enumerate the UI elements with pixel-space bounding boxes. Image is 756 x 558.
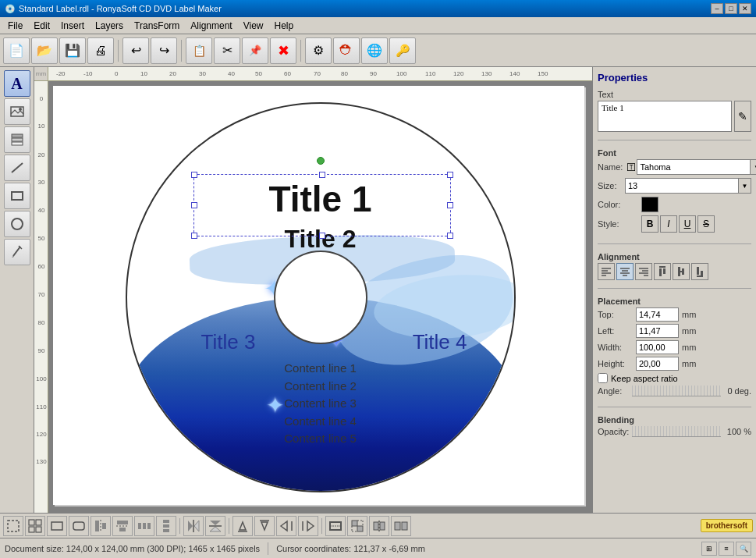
bt-flip-h[interactable]	[183, 516, 204, 536]
sel-handle-tl[interactable]	[191, 172, 197, 178]
help-button[interactable]: ⛑	[333, 37, 360, 64]
sel-handle-tm[interactable]	[319, 172, 325, 178]
redo-button[interactable]: ↪	[151, 37, 177, 64]
sel-handle-bm[interactable]	[319, 233, 325, 239]
font-size-dropdown-btn[interactable]: ▼	[739, 178, 751, 194]
properties-panel: Properties Text Title 1 ✎ Font Name: 🅃 ▼	[592, 67, 756, 513]
sel-handle-tr[interactable]	[447, 172, 453, 178]
bt-align-h[interactable]	[91, 516, 111, 536]
canvas-area[interactable]: ✦ ✦ ✦ Title 1 Title 2 Title 3 Title 4 Co…	[48, 81, 592, 513]
disc-outer: ✦ ✦ ✦ Title 1 Title 2 Title 3 Title 4 Co…	[126, 102, 516, 492]
bt-rect-select[interactable]	[47, 516, 67, 536]
rotation-handle[interactable]	[317, 157, 325, 165]
bt-free-select[interactable]	[69, 516, 89, 536]
bt-border[interactable]	[325, 516, 346, 536]
font-name-dropdown-btn[interactable]: ▼	[751, 159, 756, 175]
maximize-button[interactable]: □	[725, 3, 737, 14]
placement-top-input[interactable]	[636, 307, 679, 322]
menu-help[interactable]: Help	[269, 19, 298, 33]
image-tool[interactable]	[4, 98, 30, 125]
content-line-2[interactable]: Content line 2	[284, 378, 357, 396]
strikethrough-button[interactable]: S	[697, 215, 715, 233]
disc-title4[interactable]: Title 4	[413, 330, 467, 354]
menu-view[interactable]: View	[239, 19, 268, 33]
bt-align-v[interactable]	[112, 516, 133, 536]
bt-resize[interactable]	[347, 516, 367, 536]
sel-handle-mr[interactable]	[447, 202, 453, 208]
bt-distr[interactable]	[134, 516, 154, 536]
print-button[interactable]: 🖨	[87, 37, 114, 64]
bt-arrange4[interactable]	[298, 516, 318, 536]
font-name-input[interactable]	[637, 159, 751, 175]
delete-button[interactable]: ✖	[270, 37, 296, 64]
content-line-1[interactable]: Content line 1	[284, 360, 357, 378]
menu-layers[interactable]: Layers	[91, 19, 128, 33]
bt-arrange1[interactable]	[232, 516, 253, 536]
align-vcenter-button[interactable]	[673, 263, 690, 280]
disc-title3[interactable]: Title 3	[201, 330, 256, 354]
angle-slider[interactable]	[632, 386, 721, 396]
keep-aspect-checkbox[interactable]	[598, 373, 608, 383]
settings-button[interactable]: ⚙	[305, 37, 332, 64]
bt-arrange3[interactable]	[276, 516, 296, 536]
italic-button[interactable]: I	[660, 215, 677, 233]
svg-text:100: 100	[396, 70, 407, 77]
sel-handle-br[interactable]	[447, 233, 453, 239]
open-button[interactable]: 📂	[31, 37, 58, 64]
font-size-input[interactable]	[625, 178, 739, 194]
menu-file[interactable]: File	[3, 19, 27, 33]
key-button[interactable]: 🔑	[389, 37, 416, 64]
cut-button[interactable]: ✂	[214, 37, 240, 64]
content-line-4[interactable]: Content line 4	[284, 413, 357, 431]
align-center-button[interactable]	[616, 263, 634, 280]
placement-left-input[interactable]	[636, 324, 679, 338]
grid-view-button[interactable]: ⊞	[701, 542, 717, 556]
menu-alignment[interactable]: Alignment	[186, 19, 236, 33]
bt-distr2[interactable]	[156, 516, 176, 536]
text-edit-button[interactable]: ✎	[734, 101, 751, 132]
align-left-button[interactable]	[598, 263, 615, 280]
sel-handle-ml[interactable]	[191, 202, 197, 208]
placement-width-input[interactable]	[636, 340, 679, 354]
opacity-slider[interactable]	[632, 426, 721, 437]
bt-group[interactable]	[25, 516, 45, 536]
menu-transform[interactable]: TransForm	[130, 19, 184, 33]
underline-button[interactable]: U	[679, 215, 696, 233]
text-input[interactable]: Title 1	[598, 101, 732, 132]
menu-insert[interactable]: Insert	[56, 19, 89, 33]
sel-handle-bl[interactable]	[191, 233, 197, 239]
rectangle-tool[interactable]	[4, 183, 30, 209]
pencil-tool[interactable]	[4, 239, 30, 265]
svg-rect-59	[663, 268, 665, 274]
bt-arrange2[interactable]	[254, 516, 275, 536]
zoom-button[interactable]: 🔍	[736, 542, 751, 556]
content-line-5[interactable]: Content line 5	[284, 430, 357, 448]
placement-height-input[interactable]	[636, 357, 679, 371]
save-button[interactable]: 💾	[59, 37, 86, 64]
list-view-button[interactable]: ≡	[719, 542, 734, 556]
paste-button[interactable]: 📌	[242, 37, 268, 64]
menu-edit[interactable]: Edit	[29, 19, 55, 33]
bt-spacing[interactable]	[369, 516, 389, 536]
layers-tool[interactable]	[4, 126, 30, 153]
content-line-3[interactable]: Content line 3	[284, 395, 357, 413]
align-bottom-button[interactable]	[691, 263, 708, 280]
font-color-swatch[interactable]	[641, 197, 658, 212]
new-button[interactable]: 📄	[3, 37, 30, 64]
text-tool[interactable]: A	[4, 70, 30, 97]
close-button[interactable]: ✕	[739, 3, 751, 14]
bt-select[interactable]	[3, 516, 23, 536]
line-tool[interactable]	[4, 155, 30, 181]
align-top-button[interactable]	[654, 263, 671, 280]
undo-button[interactable]: ↩	[122, 37, 149, 64]
align-right-button[interactable]	[635, 263, 652, 280]
bt-flip-v[interactable]	[205, 516, 225, 536]
bt-more[interactable]	[391, 516, 411, 536]
style-buttons: B I U S	[641, 215, 715, 233]
minimize-button[interactable]: –	[711, 3, 723, 14]
ellipse-tool[interactable]	[4, 211, 30, 237]
globe-button[interactable]: 🌐	[361, 37, 388, 64]
disc-container[interactable]: ✦ ✦ ✦ Title 1 Title 2 Title 3 Title 4 Co…	[126, 102, 516, 492]
copy-button[interactable]: 📋	[186, 37, 212, 64]
bold-button[interactable]: B	[641, 215, 658, 233]
